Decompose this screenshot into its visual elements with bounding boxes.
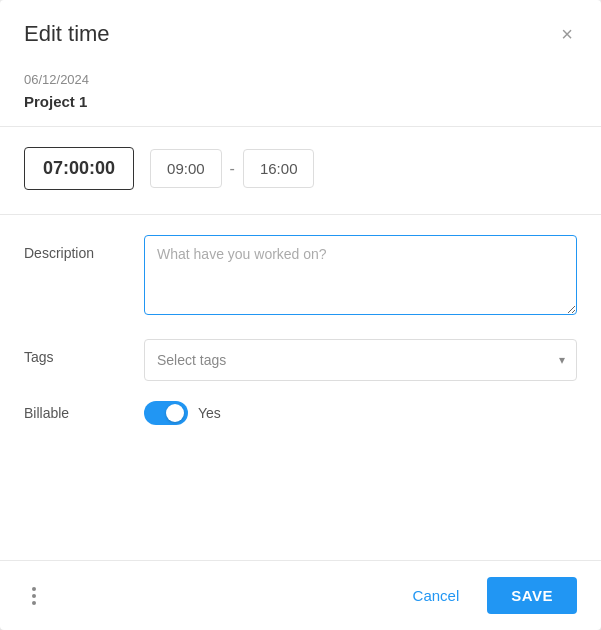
divider-2 <box>0 214 601 215</box>
dialog-body: 06/12/2024 Project 1 07:00:00 09:00 - 16… <box>0 64 601 560</box>
tags-row: Tags Select tags ▾ <box>24 339 577 381</box>
description-row: Description <box>24 235 577 319</box>
tags-select[interactable]: Select tags <box>144 339 577 381</box>
start-time[interactable]: 09:00 <box>150 149 222 188</box>
dialog-header: Edit time × <box>0 0 601 64</box>
billable-label: Billable <box>24 405 144 421</box>
description-label: Description <box>24 235 144 261</box>
billable-row: Billable Yes <box>24 401 577 425</box>
time-range: 09:00 - 16:00 <box>150 149 314 188</box>
save-button[interactable]: SAVE <box>487 577 577 614</box>
date-label: 06/12/2024 <box>24 72 577 87</box>
end-time[interactable]: 16:00 <box>243 149 315 188</box>
dot-1 <box>32 587 36 591</box>
tags-label: Tags <box>24 339 144 365</box>
dot-3 <box>32 601 36 605</box>
toggle-slider <box>144 401 188 425</box>
cancel-button[interactable]: Cancel <box>397 577 476 614</box>
time-row: 07:00:00 09:00 - 16:00 <box>24 147 577 190</box>
close-button[interactable]: × <box>557 20 577 48</box>
description-textarea[interactable] <box>144 235 577 315</box>
more-options-button[interactable] <box>24 583 44 609</box>
time-separator: - <box>230 160 235 178</box>
tags-control: Select tags ▾ <box>144 339 577 381</box>
divider-1 <box>0 126 601 127</box>
dialog-footer: Cancel SAVE <box>0 560 601 630</box>
description-control <box>144 235 577 319</box>
billable-toggle[interactable] <box>144 401 188 425</box>
toggle-wrapper: Yes <box>144 401 221 425</box>
edit-time-dialog: Edit time × 06/12/2024 Project 1 07:00:0… <box>0 0 601 630</box>
billable-yes-label: Yes <box>198 405 221 421</box>
duration-display: 07:00:00 <box>24 147 134 190</box>
project-name: Project 1 <box>24 93 577 110</box>
dialog-title: Edit time <box>24 21 110 47</box>
footer-actions: Cancel SAVE <box>397 577 577 614</box>
dot-2 <box>32 594 36 598</box>
